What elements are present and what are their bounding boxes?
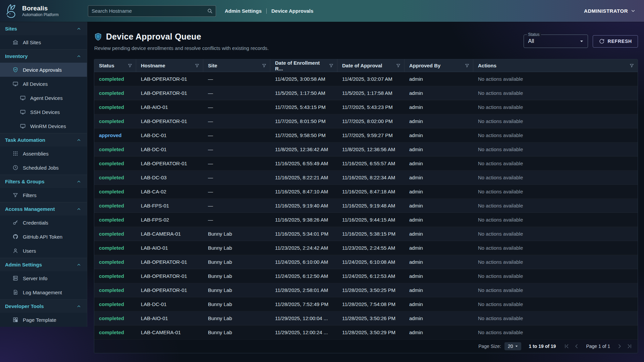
cell-actions: No actions available: [473, 231, 638, 237]
sidebar-section-label: Task Automation: [5, 137, 45, 143]
column-header-label: Approved By: [409, 63, 440, 68]
cell-enrolled: 11/29/2025, 12:00:04 ...: [270, 315, 337, 321]
sidebar-section-admin-settings[interactable]: Admin Settings: [0, 258, 87, 271]
table-footer: Page Size: 20 1 to 19 of 19 Page 1 of 1: [94, 340, 638, 353]
cell-site: —: [203, 203, 270, 208]
sidebar-section-inventory[interactable]: Inventory: [0, 49, 87, 63]
sidebar-section-task-automation[interactable]: Task Automation: [0, 133, 87, 146]
page-size-select[interactable]: 20: [504, 342, 522, 350]
search-input[interactable]: [88, 8, 207, 14]
table-row[interactable]: completedLAB-AIO-01Bunny Lab11/23/2025, …: [94, 241, 638, 255]
cell-approved: 11/16/2025, 5:38:15 PM: [337, 231, 405, 237]
sidebar-item-server-info[interactable]: Server Info: [0, 271, 87, 285]
sidebar-item-all-sites[interactable]: All Sites: [0, 35, 87, 49]
sidebar-item-device-approvals[interactable]: Device Approvals: [0, 63, 87, 77]
table-row[interactable]: completedLAB-OPERATOR-01—11/5/2025, 1:17…: [94, 86, 638, 100]
sites-icon: [12, 39, 18, 45]
user-menu[interactable]: ADMINISTRATOR: [584, 8, 636, 14]
column-header-status[interactable]: Status: [94, 59, 136, 72]
column-header-approved-by[interactable]: Approved By: [405, 59, 473, 72]
page-header: Device Approval Queue Review pending dev…: [94, 32, 638, 51]
sidebar-section-access-management[interactable]: Access Management: [0, 202, 87, 216]
table-row[interactable]: completedLAB-AIO-01Bunny Lab11/29/2025, …: [94, 311, 638, 325]
cell-actions: No actions available: [473, 146, 638, 152]
sidebar-section-developer-tools[interactable]: Developer Tools: [0, 299, 87, 313]
column-header-site[interactable]: Site: [203, 59, 270, 72]
sidebar-item-scheduled-jobs[interactable]: Scheduled Jobs: [0, 161, 87, 175]
cell-enrolled: 11/7/2025, 5:43:15 PM: [270, 104, 337, 110]
sidebar-item-page-template[interactable]: Page Template: [0, 313, 87, 327]
cell-approved-by: admin: [405, 161, 473, 166]
sidebar-item-filters[interactable]: Filters: [0, 188, 87, 202]
sidebar-section-filters-groups[interactable]: Filters & Groups: [0, 175, 87, 188]
cell-site: —: [203, 175, 270, 180]
first-page-icon[interactable]: [563, 343, 570, 350]
column-filter-icon[interactable]: [262, 63, 267, 68]
cell-status: completed: [94, 287, 136, 293]
cell-approved: 11/24/2025, 6:12:53 AM: [337, 273, 405, 279]
refresh-button[interactable]: REFRESH: [593, 35, 638, 48]
column-filter-icon[interactable]: [396, 63, 401, 68]
cell-hostname: LAB-OPERATOR-01: [136, 76, 203, 82]
cell-site: Bunny Lab: [203, 273, 270, 279]
last-page-icon[interactable]: [626, 343, 633, 350]
cell-status: completed: [94, 315, 136, 321]
devices-icon: [20, 109, 26, 115]
shield-icon: [94, 33, 102, 41]
sidebar-item-label: Server Info: [23, 276, 47, 281]
table-row[interactable]: completedLAB-OPERATOR-01—11/7/2025, 8:01…: [94, 114, 638, 128]
sidebar-item-users[interactable]: Users: [0, 244, 87, 258]
cell-enrolled: 11/7/2025, 9:58:50 PM: [270, 132, 337, 138]
table-row[interactable]: completedLAB-DC-03—11/16/2025, 8:22:21 A…: [94, 171, 638, 185]
table-row[interactable]: completedLAB-OPERATOR-01Bunny Lab11/24/2…: [94, 269, 638, 283]
table-row[interactable]: completedLAB-OPERATOR-01—11/16/2025, 6:5…: [94, 157, 638, 171]
column-filter-icon[interactable]: [127, 63, 132, 68]
sidebar-section-sites[interactable]: Sites: [0, 22, 87, 35]
column-header-hostname[interactable]: Hostname: [136, 59, 203, 72]
device-approvals-table: StatusHostnameSiteDate of Enrollment R..…: [94, 59, 638, 353]
sidebar-item-agent-devices[interactable]: Agent Devices: [0, 91, 87, 105]
sidebar-item-github-api-token[interactable]: GitHub API Token: [0, 230, 87, 244]
table-row[interactable]: completedLAB-FPS-01—11/16/2025, 9:19:40 …: [94, 199, 638, 213]
nav-admin-settings[interactable]: Admin Settings: [225, 8, 262, 14]
cell-status: completed: [94, 245, 136, 251]
cell-site: Bunny Lab: [203, 259, 270, 265]
user-menu-label: ADMINISTRATOR: [584, 8, 628, 14]
table-row[interactable]: completedLAB-FPS-02—11/16/2025, 9:38:26 …: [94, 213, 638, 227]
search-icon: [207, 8, 213, 14]
cell-hostname: LAB-OPERATOR-01: [136, 287, 203, 293]
column-header-date-of-enrollment-r[interactable]: Date of Enrollment R...: [270, 59, 337, 72]
table-row[interactable]: completedLAB-DC-01Bunny Lab11/28/2025, 7…: [94, 297, 638, 311]
table-row[interactable]: completedLAB-OPERATOR-01Bunny Lab11/24/2…: [94, 255, 638, 269]
sidebar-item-credentials[interactable]: Credentials: [0, 216, 87, 230]
table-row[interactable]: completedLAB-DC-01—11/8/2025, 12:36:42 A…: [94, 142, 638, 157]
column-filter-icon[interactable]: [465, 63, 470, 68]
search-box[interactable]: [88, 5, 216, 17]
column-header-actions[interactable]: Actions: [473, 59, 638, 72]
sidebar-item-log-management[interactable]: Log Management: [0, 285, 87, 299]
cell-actions: No actions available: [473, 217, 638, 223]
table-row[interactable]: completedLAB-CAMERA-01Bunny Lab11/16/202…: [94, 227, 638, 241]
column-header-date-of-approval[interactable]: Date of Approval: [337, 59, 405, 72]
column-filter-icon[interactable]: [329, 63, 334, 68]
devices-icon: [12, 81, 18, 87]
table-row[interactable]: completedLAB-CA-02—11/16/2025, 8:47:10 A…: [94, 185, 638, 199]
cell-status: completed: [94, 259, 136, 265]
cell-approved-by: admin: [405, 175, 473, 180]
column-filter-icon[interactable]: [629, 63, 634, 68]
table-row[interactable]: completedLAB-AIO-01—11/7/2025, 5:43:15 P…: [94, 100, 638, 114]
table-row[interactable]: completedLAB-OPERATOR-01Bunny Lab11/28/2…: [94, 283, 638, 297]
sidebar-item-ssh-devices[interactable]: SSH Devices: [0, 105, 87, 119]
nav-device-approvals[interactable]: Device Approvals: [271, 8, 313, 14]
status-filter-select[interactable]: Status All: [524, 35, 588, 48]
table-row[interactable]: approvedLAB-DC-01—11/7/2025, 9:58:50 PM1…: [94, 128, 638, 142]
cell-site: Bunny Lab: [203, 329, 270, 335]
sidebar-item-assemblies[interactable]: Assemblies: [0, 146, 87, 161]
column-filter-icon[interactable]: [195, 63, 200, 68]
sidebar-item-all-devices[interactable]: All Devices: [0, 77, 87, 91]
table-row[interactable]: completedLAB-OPERATOR-01—11/4/2025, 3:00…: [94, 72, 638, 86]
prev-page-icon[interactable]: [573, 343, 580, 350]
next-page-icon[interactable]: [616, 343, 623, 350]
sidebar-item-winrm-devices[interactable]: WinRM Devices: [0, 119, 87, 133]
table-row[interactable]: completedLAB-CAMERA-01Bunny Lab11/29/202…: [94, 325, 638, 340]
